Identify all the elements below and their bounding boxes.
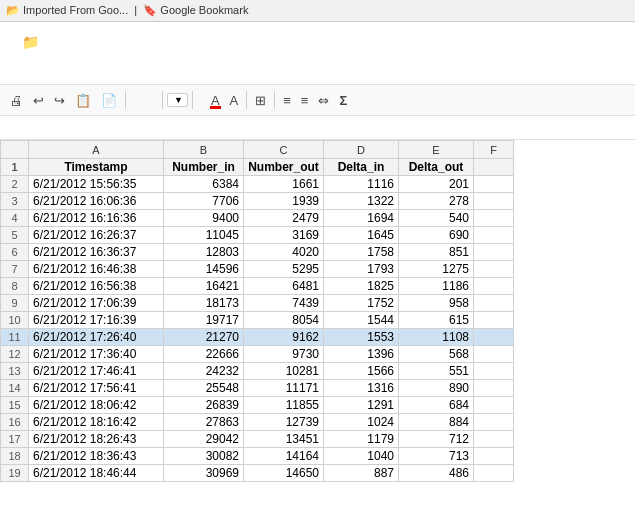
cell-number-in[interactable]: 30082 [164,448,244,465]
print-button[interactable]: 🖨 [6,91,27,110]
cell-number-in[interactable]: 14596 [164,261,244,278]
cell-delta-out[interactable]: 884 [399,414,474,431]
cell-delta-out[interactable]: 615 [399,312,474,329]
number-format-button[interactable] [150,98,158,102]
cell-number-out[interactable]: 2479 [244,210,324,227]
cell-f[interactable] [474,176,514,193]
cell-number-out[interactable]: 14164 [244,448,324,465]
cell-number-in[interactable]: 18173 [164,295,244,312]
table-row[interactable]: 166/21/2012 18:16:4227863127391024884 [1,414,514,431]
cell-f[interactable] [474,397,514,414]
cell-f[interactable] [474,363,514,380]
cell-delta-out[interactable]: 684 [399,397,474,414]
table-row[interactable]: 36/21/2012 16:06:36770619391322278 [1,193,514,210]
col-header-e[interactable]: E [399,141,474,159]
cell-delta-in[interactable]: 1553 [324,329,399,346]
cell-number-in[interactable]: 19717 [164,312,244,329]
cell-delta-out[interactable]: 690 [399,227,474,244]
cell-delta-out[interactable]: 278 [399,193,474,210]
menu-insert[interactable] [58,69,74,73]
table-row[interactable]: 136/21/2012 17:46:4124232102811566551 [1,363,514,380]
align-left-button[interactable]: ≡ [279,91,295,110]
menu-file[interactable] [10,69,26,73]
bold-button[interactable] [197,98,205,102]
copy-format-button[interactable]: 📋 [71,91,95,110]
cell-f[interactable] [474,227,514,244]
cell-delta-in[interactable]: 1316 [324,380,399,397]
cell-number-out[interactable]: 10281 [244,363,324,380]
cell-number-out[interactable]: 9162 [244,329,324,346]
menu-tools[interactable] [106,69,122,73]
cell-f[interactable] [474,210,514,227]
cell-timestamp[interactable]: 6/21/2012 17:46:41 [29,363,164,380]
cell-f[interactable] [474,465,514,482]
table-row[interactable]: 146/21/2012 17:56:4125548111711316890 [1,380,514,397]
cell-delta-out[interactable]: 851 [399,244,474,261]
cell-delta-in[interactable]: 1825 [324,278,399,295]
cell-delta-in[interactable]: 1544 [324,312,399,329]
cell-delta-out[interactable]: 1275 [399,261,474,278]
menu-data[interactable] [90,69,106,73]
table-row[interactable]: 176/21/2012 18:26:4329042134511179712 [1,431,514,448]
cell-delta-out[interactable]: 551 [399,363,474,380]
cell-timestamp[interactable]: 6/21/2012 16:46:38 [29,261,164,278]
table-row[interactable]: 66/21/2012 16:36:371280340201758851 [1,244,514,261]
cell-timestamp[interactable]: 6/21/2012 17:36:40 [29,346,164,363]
table-row[interactable]: 76/21/2012 16:46:3814596529517931275 [1,261,514,278]
cell-timestamp[interactable]: 6/21/2012 18:16:42 [29,414,164,431]
cell-delta-in[interactable]: 1024 [324,414,399,431]
cell-number-in[interactable]: 11045 [164,227,244,244]
cell-number-in[interactable]: 9400 [164,210,244,227]
cell-number-in[interactable]: 7706 [164,193,244,210]
cell-delta-out[interactable]: 713 [399,448,474,465]
redo-button[interactable]: ↪ [50,91,69,110]
cell-f[interactable] [474,346,514,363]
cell-timestamp[interactable]: 6/21/2012 17:16:39 [29,312,164,329]
cell-delta-in[interactable]: 1179 [324,431,399,448]
sum-button[interactable]: Σ [335,91,351,110]
cell-timestamp[interactable]: 6/21/2012 18:26:43 [29,431,164,448]
cell-timestamp[interactable]: 6/21/2012 16:36:37 [29,244,164,261]
cell-delta-in[interactable]: 1291 [324,397,399,414]
cell-number-out[interactable]: 11855 [244,397,324,414]
font-size-dropdown[interactable]: ▼ [167,93,188,107]
cell-number-in[interactable]: 22666 [164,346,244,363]
percent-button[interactable] [140,98,148,102]
cell-timestamp[interactable]: 6/21/2012 16:06:36 [29,193,164,210]
cell-f[interactable] [474,414,514,431]
cell-number-out[interactable]: 13451 [244,431,324,448]
cell-delta-out[interactable]: 1108 [399,329,474,346]
cell-number-in[interactable]: 6384 [164,176,244,193]
cell-f[interactable] [474,261,514,278]
cell-timestamp[interactable]: 6/21/2012 17:26:40 [29,329,164,346]
cell-number-out[interactable]: 14650 [244,465,324,482]
cell-timestamp[interactable]: 6/21/2012 18:46:44 [29,465,164,482]
paste-format-button[interactable]: 📄 [97,91,121,110]
cell-number-out[interactable]: 6481 [244,278,324,295]
cell-delta-in[interactable]: 1322 [324,193,399,210]
wrap-button[interactable]: ⇔ [314,91,333,110]
menu-help[interactable] [138,69,154,73]
cell-f[interactable] [474,448,514,465]
cell-f[interactable] [474,244,514,261]
cell-number-out[interactable]: 7439 [244,295,324,312]
cell-delta-out[interactable]: 1186 [399,278,474,295]
col-header-f[interactable]: F [474,141,514,159]
cell-f[interactable] [474,329,514,346]
currency-button[interactable] [130,98,138,102]
cell-delta-out[interactable]: 712 [399,431,474,448]
col-header-b[interactable]: B [164,141,244,159]
cell-number-in[interactable]: 25548 [164,380,244,397]
cell-delta-out[interactable]: 568 [399,346,474,363]
cell-delta-in[interactable]: 1645 [324,227,399,244]
menu-format[interactable] [74,69,90,73]
cell-number-out[interactable]: 8054 [244,312,324,329]
cell-number-in[interactable]: 29042 [164,431,244,448]
cell-delta-out[interactable]: 201 [399,176,474,193]
cell-number-out[interactable]: 5295 [244,261,324,278]
highlight-color-button[interactable]: A [226,91,243,110]
col-header-c[interactable]: C [244,141,324,159]
table-row[interactable]: 106/21/2012 17:16:391971780541544615 [1,312,514,329]
cell-delta-in[interactable]: 1793 [324,261,399,278]
menu-edit[interactable] [26,69,42,73]
